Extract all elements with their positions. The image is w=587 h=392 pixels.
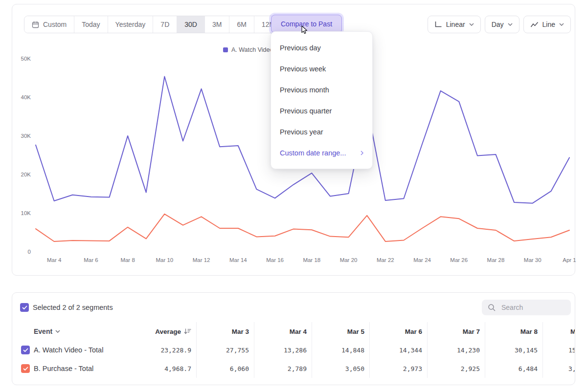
sort-icon[interactable]: [184, 328, 191, 334]
cell-value: 27,755: [196, 341, 254, 359]
menu-item-previous-month[interactable]: Previous month: [271, 79, 372, 100]
average-header-label: Average: [155, 328, 181, 335]
segment-label[interactable]: B. Purchase - Total: [34, 365, 93, 372]
cell-value: 6,484: [485, 359, 542, 378]
segments-card: Selected 2 of 2 segments Event Average: [12, 292, 575, 385]
date-column-header-truncated: M: [542, 322, 575, 341]
search-box[interactable]: [482, 300, 571, 315]
segment-label[interactable]: A. Watch Video - Total: [34, 346, 103, 354]
chevron-down-icon: [55, 330, 60, 333]
custom-date-range-label: Custom date range...: [280, 149, 346, 157]
table-header-row: Event Average Mar 3 Mar 4 Mar 5 Mar 6 Ma…: [12, 322, 575, 341]
cell-value: 30,145: [485, 341, 542, 359]
chevron-right-icon: [361, 151, 363, 155]
table-row-watch-video: A. Watch Video - Total 23,228.9 27,755 1…: [12, 341, 575, 359]
cell-value: 14,344: [369, 341, 427, 359]
date-column-header: Mar 4: [254, 322, 312, 341]
compare-menu: Previous day Previous week Previous mont…: [271, 31, 373, 169]
menu-item-previous-quarter[interactable]: Previous quarter: [271, 100, 372, 121]
cell-value: 2,925: [427, 359, 485, 378]
segments-table: Event Average Mar 3 Mar 4 Mar 5 Mar 6 Ma…: [12, 322, 575, 378]
segments-header: Selected 2 of 2 segments: [20, 300, 571, 315]
date-column-header: Mar 5: [312, 322, 369, 341]
check-icon: [23, 348, 28, 352]
row-checkbox[interactable]: [21, 364, 30, 373]
menu-item-previous-week[interactable]: Previous week: [271, 58, 372, 79]
average-value: 23,228.9: [139, 341, 196, 359]
date-column-header: Mar 7: [427, 322, 485, 341]
selected-count-label: Selected 2 of 2 segments: [33, 304, 113, 311]
average-column-header[interactable]: Average: [139, 322, 196, 341]
select-all-checkbox[interactable]: [20, 303, 29, 312]
average-value: 4,968.7: [139, 359, 196, 378]
search-input[interactable]: [500, 303, 559, 312]
cell-value: 6,060: [196, 359, 254, 378]
cell-value: 3,050: [312, 359, 369, 378]
row-checkbox[interactable]: [21, 346, 30, 354]
cell-value: 14,230: [427, 341, 485, 359]
menu-item-custom-date-range[interactable]: Custom date range...: [271, 142, 372, 163]
check-icon: [22, 305, 27, 310]
check-icon: [23, 367, 28, 371]
cell-value: 14,848: [312, 341, 369, 359]
date-column-header: Mar 8: [485, 322, 542, 341]
date-column-header: Mar 6: [369, 322, 427, 341]
menu-item-previous-year[interactable]: Previous year: [271, 121, 372, 142]
chart-line-series-1[interactable]: [36, 214, 569, 241]
table-row-purchase: B. Purchase - Total 4,968.7 6,060 2,789 …: [12, 359, 575, 378]
date-column-header: Mar 3: [196, 322, 254, 341]
cell-value: 2,973: [369, 359, 427, 378]
event-column-header[interactable]: Event: [12, 322, 139, 341]
cell-value-truncated: 15,: [542, 341, 575, 359]
search-icon: [488, 304, 496, 312]
cell-value: 2,789: [254, 359, 312, 378]
cell-value-truncated: 3,: [542, 359, 575, 378]
menu-item-previous-day[interactable]: Previous day: [271, 37, 372, 58]
event-header-label: Event: [34, 327, 52, 335]
cell-value: 13,286: [254, 341, 312, 359]
